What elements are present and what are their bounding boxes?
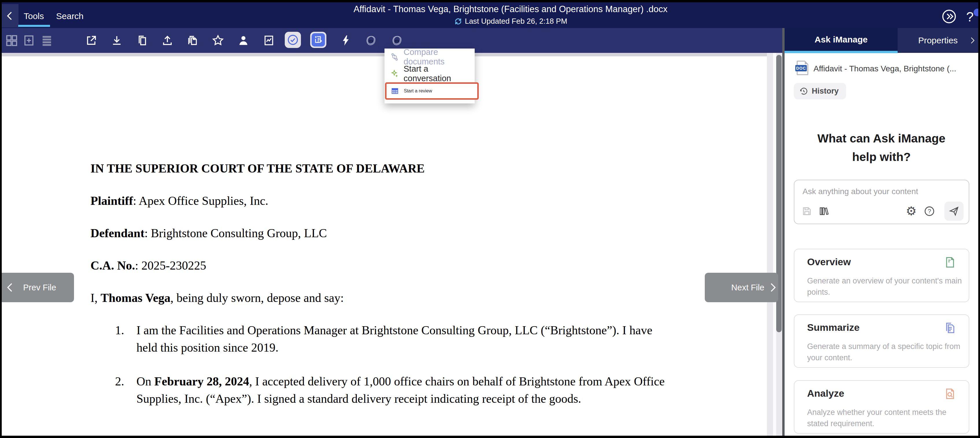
menu-item-start-review[interactable]: Start a review [385,83,479,100]
defendant-line: Defendant: Brightstone Consulting Group,… [91,224,677,242]
document-icon [943,256,956,269]
help-button[interactable]: ? [963,8,977,25]
ask-input[interactable] [802,185,959,198]
download-button[interactable] [109,28,125,53]
favorite-button[interactable] [210,28,226,53]
tab-properties[interactable]: Properties [897,28,978,53]
item-number: 2. [115,373,137,407]
sync-icon [454,17,463,26]
chart-icon [263,34,275,46]
active-tab-underline [18,25,50,27]
analyze-card-desc: Analyze whether your content meets the s… [807,407,965,429]
save-prompt-icon[interactable] [801,206,812,217]
review-tools-menu: Compare documents Start a conversation S… [385,49,475,103]
back-button[interactable] [2,4,19,27]
imanage-work-button[interactable]: m [363,28,379,53]
case-number-label: C.A. No. [91,259,135,272]
upload-icon [161,34,173,46]
quick-actions-button[interactable] [338,28,354,53]
doc-badge: DOC [795,65,807,71]
send-button[interactable] [945,202,964,221]
item-text-pre: On [137,375,154,388]
prev-file-label: Prev File [23,283,56,292]
grid-view-button[interactable] [3,28,20,53]
chevron-double-right-icon [941,9,957,24]
case-number-value: : 2025-230225 [135,259,206,272]
copy-files-button[interactable] [185,28,200,53]
document-search-icon [943,387,956,400]
upload-button[interactable] [159,28,175,53]
prev-file-button[interactable]: Prev File [2,273,74,302]
court-heading: IN THE SUPERIOR COURT OF THE STATE OF DE… [91,160,677,177]
help-circle-icon[interactable]: ? [924,205,935,217]
list-icon [40,34,53,47]
collapse-panel-button[interactable] [941,9,957,24]
chevron-right-icon [969,35,976,46]
send-icon [948,206,959,217]
item-text: On February 28, 2024, I accepted deliver… [137,373,674,407]
panel-document-name: Affidavit - Thomas Vega, Brightstone (..… [813,64,970,73]
list-item: 2. On February 28, 2024, I accepted deli… [115,373,677,407]
summarize-card[interactable]: Summarize Generate a summary of a specif… [794,314,969,368]
affidavit-body: IN THE SUPERIOR COURT OF THE STATE OF DE… [91,160,677,424]
history-button[interactable]: History [794,83,846,99]
last-updated-label: Last Updated Feb 26, 2:18 PM [465,17,567,26]
summarize-card-desc: Generate a summary of a specific topic f… [807,341,965,363]
analyze-card[interactable]: Analyze Analyze whether your content mee… [794,380,969,434]
plaintiff-value: : Apex Office Supplies, Inc. [133,194,268,208]
panel-active-tab-underline [784,51,897,53]
compare-icon [390,52,399,61]
deponent-name: Thomas Vega [100,291,170,305]
chevron-right-icon [767,281,778,294]
tab-search[interactable]: Search [56,10,84,22]
doc-file-icon: DOC [797,61,808,75]
intro-pre: I, [91,291,100,305]
page-list-button[interactable] [39,28,55,53]
analyze-card-title: Analyze [807,388,845,399]
menu-item-compare-documents: Compare documents [385,49,475,65]
tab-tools-label: Tools [24,11,44,21]
tab-tools[interactable]: Tools [24,10,44,22]
next-file-label: Next File [732,283,764,292]
tab-search-label: Search [56,11,84,21]
expand-tabs-button[interactable] [967,32,978,49]
svg-text:m: m [395,38,399,44]
author-button[interactable] [235,28,251,53]
panel-heading-line2: help with? [784,148,978,166]
intro-line: I, Thomas Vega, being duly sworn, depose… [91,289,677,306]
item-text: I am the Facilities and Operations Manag… [137,322,674,356]
overview-card[interactable]: Overview Generate an overview of your co… [794,249,969,302]
table-icon [391,87,399,95]
settings-gear-icon[interactable]: ⚙ [906,205,917,217]
open-external-button[interactable] [83,28,99,53]
chevron-left-icon [5,281,16,294]
add-page-button[interactable] [21,28,37,53]
back-icon [5,10,15,22]
menu-item-label: Start a conversation [404,64,475,83]
menu-item-start-conversation[interactable]: Start a conversation [385,65,475,82]
tab-ask-imanage[interactable]: Ask iManage [784,28,897,51]
doc-fold-corner [805,61,808,64]
analytics-button[interactable] [261,28,277,53]
imanage-m-icon: m [364,34,377,47]
next-file-button[interactable]: Next File [705,273,778,302]
item-text-bold: February 28, 2024 [154,375,249,388]
history-icon [799,87,808,96]
overview-card-title: Overview [807,256,851,268]
add-page-icon [22,34,35,47]
sparkle-icon [390,69,399,78]
overview-card-desc: Generate an overview of your content's m… [807,275,965,298]
plaintiff-label: Plaintiff [91,194,133,208]
download-icon [111,34,123,46]
knowledge-library-icon[interactable] [818,206,829,217]
grid-icon [5,34,18,47]
menu-item-label: Start a review [404,89,432,94]
person-icon [237,34,250,47]
review-tools-button[interactable] [310,32,326,48]
copy-button[interactable] [134,28,150,53]
lightning-icon [340,35,352,46]
history-label: History [812,87,838,96]
imanage-m-icon: m [390,34,404,47]
copy-icon [136,34,148,46]
approved-check-button[interactable] [285,32,301,48]
